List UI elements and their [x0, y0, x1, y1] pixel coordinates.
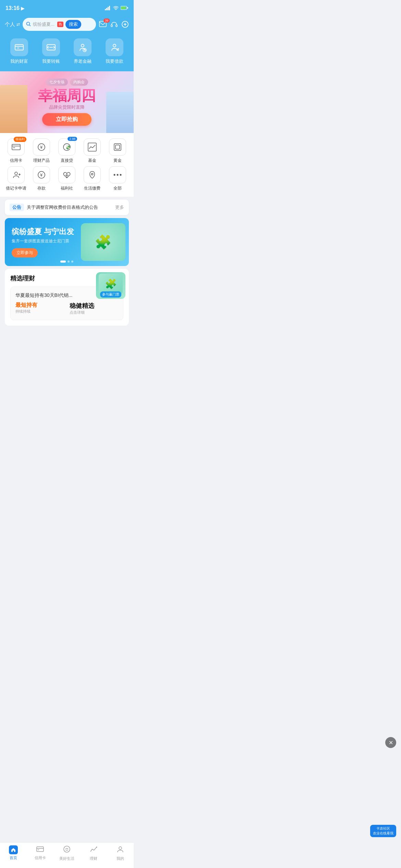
- add-button[interactable]: [121, 21, 129, 28]
- service-grid: 领福利 信用卡 ¥ 理财产品: [0, 133, 134, 197]
- prize-image: 🧩: [99, 274, 123, 294]
- credit-card-icon: 领福利: [8, 138, 25, 156]
- life-pay-label: 生活缴费: [84, 185, 100, 191]
- credit-card-label: 信用卡: [10, 158, 22, 164]
- section-header: 精选理财 🧩 参与赢门票: [10, 274, 123, 282]
- banner-content: 七夕专场 内购会 幸福周四 品牌尖货限时直降 立即抢购: [38, 79, 96, 126]
- debit-card-label: 借记卡申请: [6, 185, 26, 191]
- direct-loan-icon: 2.98 💸: [58, 138, 75, 156]
- svg-rect-7: [127, 7, 128, 9]
- location-icon: ▶: [21, 6, 24, 11]
- quick-transfer-label: 我要转账: [42, 58, 60, 64]
- message-button[interactable]: 39: [99, 21, 107, 28]
- banner-deco-right: [106, 92, 134, 133]
- svg-line-9: [29, 25, 31, 26]
- quick-pension[interactable]: 养老金融: [74, 38, 92, 64]
- finance-sublabel: 持续持续: [15, 309, 64, 314]
- quick-transfer[interactable]: 我要转账: [42, 38, 60, 64]
- promo-title: 缤纷盛夏 与宁出发: [12, 227, 74, 237]
- service-credit-card[interactable]: 领福利 信用卡: [4, 138, 28, 164]
- svg-point-44: [92, 173, 93, 175]
- svg-rect-12: [116, 25, 117, 27]
- financial-icon: ¥: [33, 138, 50, 156]
- finance-stable-label: 稳健精选: [70, 302, 118, 310]
- promo-cta-button[interactable]: 立即参与: [12, 248, 38, 257]
- section-title: 精选理财: [10, 274, 35, 282]
- headset-button[interactable]: [110, 21, 118, 28]
- svg-point-21: [81, 44, 84, 47]
- participate-label: 参与赢门票: [100, 291, 121, 298]
- personal-menu[interactable]: 个人 ⇄: [5, 21, 20, 28]
- svg-rect-36: [116, 145, 120, 149]
- transfer-icon: [42, 38, 60, 56]
- personal-label: 个人: [5, 21, 15, 28]
- more-icon: [109, 166, 126, 183]
- service-row-2: 借记卡申请 ¥ 存款: [3, 166, 130, 191]
- gold-label: 黄金: [113, 158, 122, 164]
- loan-badge: 2.98: [68, 137, 77, 141]
- quick-wealth-label: 我的财富: [10, 58, 28, 64]
- service-more[interactable]: 全部: [106, 166, 130, 191]
- search-placeholder: 缤纷盛夏...: [33, 21, 54, 27]
- svg-rect-3: [109, 6, 110, 10]
- svg-text:¥: ¥: [40, 172, 43, 178]
- notification-badge: 39: [104, 19, 110, 23]
- financial-label: 理财产品: [33, 158, 50, 164]
- gold-icon: [109, 138, 126, 156]
- service-direct-loan[interactable]: 2.98 💸 直接贷: [55, 138, 79, 164]
- promo-section[interactable]: 缤纷盛夏 与宁出发 集齐一套拼图直接送迪士尼门票 立即参与 🧩: [5, 218, 129, 266]
- quick-loan[interactable]: 我要借款: [106, 38, 123, 64]
- status-time: 13:16 ▶: [5, 5, 24, 11]
- wealth-icon: [10, 38, 28, 56]
- dot-1: [60, 261, 66, 263]
- banner-title: 幸福周四: [38, 88, 96, 103]
- deposit-icon: ¥: [33, 166, 50, 183]
- header-icons: 39: [99, 21, 129, 28]
- service-financial[interactable]: ¥ 理财产品: [29, 138, 53, 164]
- service-welfare[interactable]: 福利社: [55, 166, 79, 191]
- wifi-icon: [113, 5, 119, 11]
- search-bar[interactable]: 缤纷盛夏... 热 搜索: [23, 18, 96, 31]
- finance-stable: 稳健精选 点击详细: [70, 302, 118, 315]
- banner-inner-tag: 内购会: [70, 79, 88, 86]
- service-fund[interactable]: 基金: [80, 138, 104, 164]
- banner-tag: 七夕专场: [46, 79, 68, 86]
- finance-highlight: 最短持有: [15, 302, 64, 309]
- search-button[interactable]: 搜索: [65, 20, 81, 29]
- svg-rect-2: [108, 7, 109, 10]
- time-display: 13:16: [5, 5, 20, 11]
- header: 个人 ⇄ 缤纷盛夏... 热 搜索 39: [0, 15, 134, 35]
- svg-rect-16: [15, 45, 23, 50]
- promo-image: 🧩: [81, 223, 125, 261]
- svg-rect-34: [88, 143, 96, 151]
- svg-point-46: [117, 174, 119, 176]
- participate-button[interactable]: 🧩 参与赢门票: [96, 272, 125, 299]
- svg-point-37: [15, 172, 17, 175]
- welfare-label: 福利社: [61, 185, 73, 191]
- service-deposit[interactable]: ¥ 存款: [29, 166, 53, 191]
- service-debit-card[interactable]: 借记卡申请: [4, 166, 28, 191]
- svg-rect-11: [111, 25, 112, 27]
- promo-subtitle: 集齐一套拼图直接送迪士尼门票: [12, 238, 74, 244]
- svg-text:¥: ¥: [40, 145, 43, 150]
- signal-icon: [105, 5, 111, 11]
- svg-point-45: [114, 174, 116, 176]
- svg-rect-1: [106, 8, 107, 10]
- promo-banner[interactable]: 七夕专场 内购会 幸福周四 品牌尖货限时直降 立即抢购: [0, 71, 134, 133]
- quick-wealth[interactable]: 我的财富: [10, 38, 28, 64]
- svg-rect-27: [12, 144, 20, 150]
- svg-point-4: [116, 10, 116, 10]
- notice-more[interactable]: 更多: [115, 204, 124, 210]
- credit-card-badge: 领福利: [14, 137, 26, 142]
- dot-2: [68, 261, 70, 263]
- svg-rect-6: [121, 7, 126, 9]
- quick-menu: 我的财富 我要转账: [0, 35, 134, 71]
- finance-row: 最短持有 持续持续 稳健精选 点击详细: [15, 302, 118, 315]
- search-icon: [26, 22, 31, 27]
- banner-cta-button[interactable]: 立即抢购: [42, 113, 92, 126]
- notice-bar[interactable]: 公告 关于调整官网收费价目表格式的公告 更多: [5, 200, 129, 215]
- finance-section: 精选理财 🧩 参与赢门票 华夏最短持有30天BI代销... 代销 最短持有 持续…: [5, 269, 129, 326]
- service-gold[interactable]: 黄金: [106, 138, 130, 164]
- service-life-pay[interactable]: 生活缴费: [80, 166, 104, 191]
- quick-pension-label: 养老金融: [74, 58, 92, 64]
